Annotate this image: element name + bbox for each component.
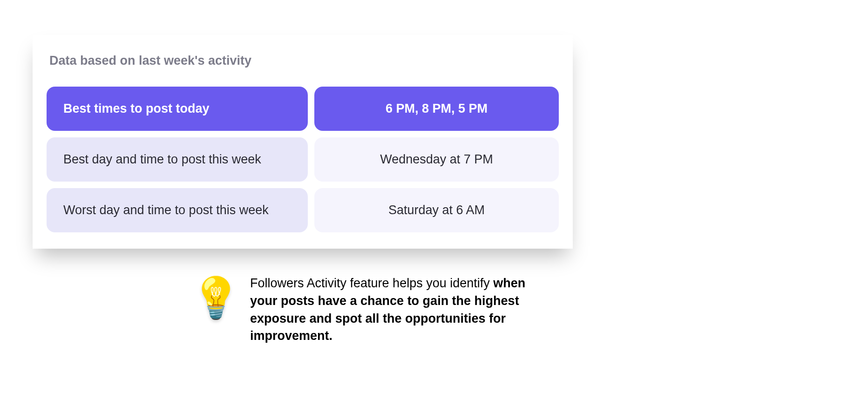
row-label: Worst day and time to post this week (47, 188, 308, 232)
card-header: Data based on last week's activity (47, 54, 559, 68)
row-value: 6 PM, 8 PM, 5 PM (314, 87, 559, 131)
table-row: Best times to post today 6 PM, 8 PM, 5 P… (47, 87, 559, 131)
card-rows: Best times to post today 6 PM, 8 PM, 5 P… (47, 87, 559, 232)
tip-text: Followers Activity feature helps you ide… (250, 275, 545, 345)
row-label: Best times to post today (47, 87, 308, 131)
tip-prefix: Followers Activity feature helps you ide… (250, 276, 493, 290)
row-value: Saturday at 6 AM (314, 188, 559, 232)
row-value: Wednesday at 7 PM (314, 137, 559, 182)
activity-card: Data based on last week's activity Best … (33, 35, 573, 249)
tip-callout: 💡 Followers Activity feature helps you i… (191, 275, 545, 345)
lightbulb-icon: 💡 (191, 278, 241, 318)
table-row: Worst day and time to post this week Sat… (47, 188, 559, 232)
table-row: Best day and time to post this week Wedn… (47, 137, 559, 182)
row-label: Best day and time to post this week (47, 137, 308, 182)
